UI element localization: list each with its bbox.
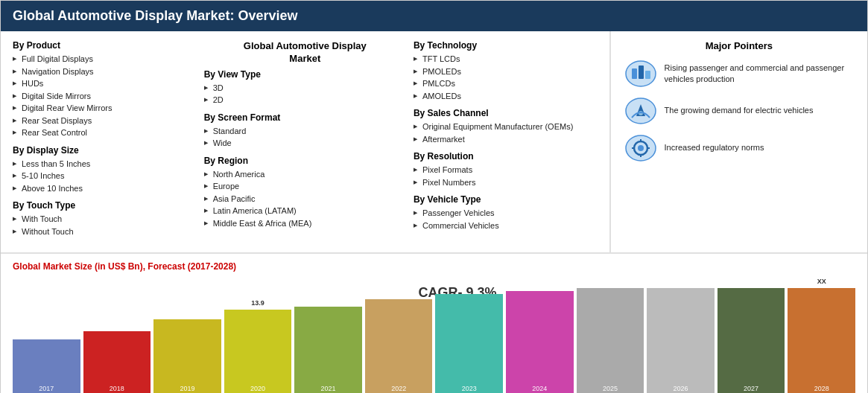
- bar: [435, 294, 503, 383]
- list-item: Rear Seat Displays: [13, 115, 197, 127]
- bar: [717, 288, 785, 383]
- col-center: Global Automotive DisplayMarket By View …: [204, 40, 406, 243]
- bar: [788, 288, 855, 383]
- list-item: 2D: [204, 94, 406, 106]
- list-item: Aftermarket: [414, 133, 598, 146]
- section-resolution: By Resolution Pixel Formats Pixel Number…: [414, 151, 598, 188]
- list-item: PMOLEDs: [414, 66, 598, 78]
- pointer-item-2: The growing demand for electric vehicles: [623, 96, 855, 126]
- col-product: By Product Full Digital Displays Navigat…: [13, 40, 197, 243]
- chart-area: CAGR- 9.3% 20172018201913.92020202120222…: [13, 278, 855, 393]
- section-region: By Region North America Europe Asia Paci…: [204, 156, 406, 230]
- bar-year-label: 2019: [153, 383, 221, 393]
- left-panel: By Product Full Digital Displays Navigat…: [1, 31, 611, 252]
- bar: [224, 310, 292, 383]
- list-item: 3D: [204, 82, 406, 95]
- vehicle-type-list: Passenger Vehicles Commercial Vehicles: [414, 207, 598, 231]
- main-container: Global Automotive Display Market: Overvi…: [0, 0, 868, 393]
- bar-year-label: 2028: [788, 383, 855, 393]
- list-item: Less than 5 Inches: [13, 158, 197, 170]
- bar-year-label: 2018: [83, 383, 151, 393]
- bar: [506, 291, 574, 383]
- bar-year-label: 2021: [294, 383, 362, 393]
- pointer-item-1: Rising passenger and commercial and pass…: [623, 59, 855, 89]
- bar-group: 2018: [83, 278, 151, 393]
- list-item: Wide: [204, 137, 406, 150]
- list-item: Standard: [204, 125, 406, 138]
- list-item: Commercial Vehicles: [414, 220, 598, 232]
- pointer-icon-2: [623, 96, 659, 126]
- touch-type-title: By Touch Type: [13, 200, 197, 211]
- list-item: Pixel Numbers: [414, 176, 598, 189]
- list-item: Passenger Vehicles: [414, 207, 598, 220]
- bar-value-label: 13.9: [251, 299, 264, 308]
- bar-group: 2025: [577, 278, 644, 393]
- bar: [13, 339, 80, 383]
- bar-group: 2027: [717, 278, 785, 393]
- product-list: Full Digital Displays Navigation Display…: [13, 53, 197, 139]
- bar-group: 2021: [294, 278, 362, 393]
- pointer-text-3: Increased regulatory norms: [665, 142, 764, 153]
- technology-list: TFT LCDs PMOLEDs PMLCDs AMOLEDs: [414, 53, 598, 102]
- list-item: TFT LCDs: [414, 53, 598, 66]
- pointer-text-1: Rising passenger and commercial and pass…: [665, 63, 855, 86]
- bar-value-label: XX: [817, 278, 826, 287]
- list-item: Middle East & Africa (MEA): [204, 217, 406, 230]
- section-view-type: By View Type 3D 2D: [204, 69, 406, 106]
- page-title: Global Automotive Display Market: Overvi…: [13, 8, 297, 23]
- section-vehicle-type: By Vehicle Type Passenger Vehicles Comme…: [414, 194, 598, 231]
- touch-type-list: With Touch Without Touch: [13, 213, 197, 237]
- list-item: AMOLEDs: [414, 90, 598, 103]
- bar-group: 2026: [647, 278, 715, 393]
- bar-group: 2019: [153, 278, 221, 393]
- region-list: North America Europe Asia Pacific Latin …: [204, 168, 406, 230]
- list-item: Pixel Formats: [414, 164, 598, 176]
- region-title: By Region: [204, 156, 406, 166]
- list-item: Full Digital Displays: [13, 53, 197, 66]
- bar-year-label: 2017: [13, 383, 80, 393]
- display-size-list: Less than 5 Inches 5-10 Inches Above 10 …: [13, 158, 197, 195]
- list-item: PMLCDs: [414, 77, 598, 90]
- list-item: Above 10 Inches: [13, 182, 197, 195]
- list-item: Europe: [204, 180, 406, 193]
- bar: [153, 319, 221, 383]
- list-item: HUDs: [13, 77, 197, 90]
- bar-year-label: 2023: [435, 383, 503, 393]
- svg-rect-1: [632, 68, 637, 79]
- svg-rect-2: [639, 66, 644, 79]
- list-item: Original Equipment Manufacturer (OEMs): [414, 121, 598, 133]
- bar-year-label: 2027: [717, 383, 785, 393]
- section-product: By Product Full Digital Displays Navigat…: [13, 40, 197, 139]
- technology-title: By Technology: [414, 40, 598, 51]
- section-touch-type: By Touch Type With Touch Without Touch: [13, 200, 197, 237]
- bar-year-label: 2024: [506, 383, 574, 393]
- list-item: Navigation Displays: [13, 66, 197, 78]
- pointer-icon-1: [623, 59, 659, 89]
- screen-format-list: Standard Wide: [204, 125, 406, 150]
- svg-point-8: [638, 145, 644, 151]
- info-grid: By Product Full Digital Displays Navigat…: [13, 40, 598, 243]
- product-title: By Product: [13, 40, 197, 51]
- bar: [365, 299, 433, 383]
- list-item: Digital Rear View Mirrors: [13, 102, 197, 115]
- bar-year-label: 2020: [224, 383, 292, 393]
- vehicle-type-title: By Vehicle Type: [414, 194, 598, 205]
- display-size-title: By Display Size: [13, 145, 197, 156]
- list-item: Without Touch: [13, 226, 197, 238]
- sales-channel-list: Original Equipment Manufacturer (OEMs) A…: [414, 121, 598, 145]
- pointer-icon-3: [623, 133, 659, 163]
- bar-year-label: 2026: [647, 383, 715, 393]
- chart-section: Global Market Size (in US$ Bn), Forecast…: [1, 254, 867, 393]
- bar: [294, 307, 362, 383]
- bar-year-label: 2022: [365, 383, 433, 393]
- list-item: North America: [204, 168, 406, 181]
- list-item: 5-10 Inches: [13, 170, 197, 182]
- view-type-list: 3D 2D: [204, 82, 406, 106]
- resolution-title: By Resolution: [414, 151, 598, 162]
- view-type-title: By View Type: [204, 69, 406, 80]
- section-sales-channel: By Sales Channel Original Equipment Manu…: [414, 108, 598, 145]
- bar-group: 2023: [435, 278, 503, 393]
- list-item: Latin America (LATAM): [204, 205, 406, 217]
- list-item: With Touch: [13, 213, 197, 226]
- list-item: Asia Pacific: [204, 193, 406, 205]
